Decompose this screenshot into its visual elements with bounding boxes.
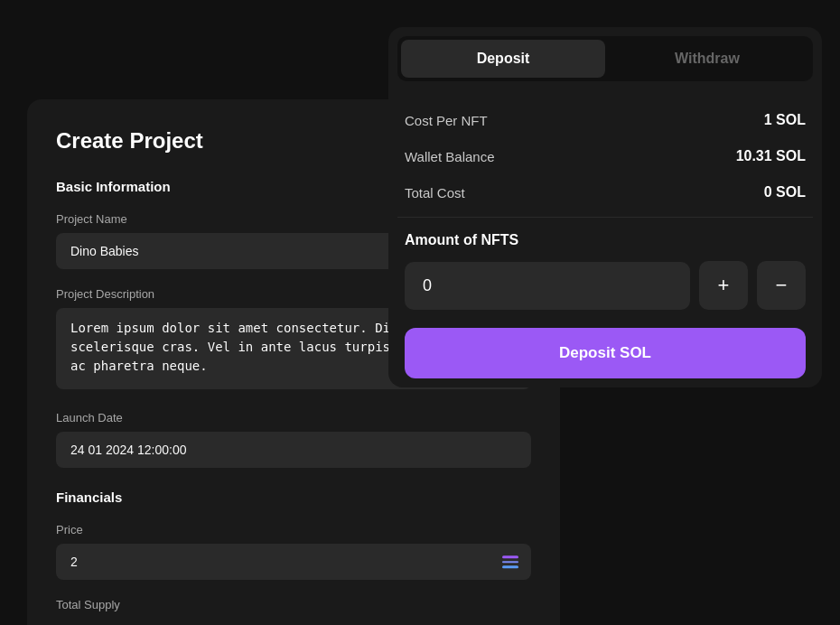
amount-controls: + − — [397, 261, 813, 310]
tab-withdraw[interactable]: Withdraw — [605, 40, 809, 78]
cost-per-nft-value: 1 SOL — [764, 112, 806, 128]
price-input[interactable] — [56, 544, 531, 580]
total-cost-row: Total Cost 0 SOL — [397, 175, 813, 210]
total-cost-value: 0 SOL — [764, 184, 806, 201]
cost-per-nft-row: Cost Per NFT 1 SOL — [397, 103, 813, 137]
wallet-balance-value: 10.31 SOL — [736, 148, 806, 164]
deposit-card: Deposit Withdraw Cost Per NFT 1 SOL Wall… — [388, 27, 822, 387]
amount-label: Amount of NFTS — [397, 232, 813, 248]
decrement-button[interactable]: − — [757, 261, 806, 310]
financials-section-title: Financials — [56, 490, 531, 505]
launch-date-label: Launch Date — [56, 411, 531, 424]
deposit-sol-button[interactable]: Deposit SOL — [405, 328, 806, 378]
tab-deposit[interactable]: Deposit — [401, 40, 605, 78]
total-cost-label: Total Cost — [405, 185, 465, 201]
price-field-wrap — [56, 544, 531, 580]
wallet-balance-row: Wallet Balance 10.31 SOL — [397, 139, 813, 173]
cost-per-nft-label: Cost Per NFT — [405, 113, 488, 128]
amount-input[interactable] — [405, 262, 690, 310]
total-supply-label: Total Supply — [56, 598, 531, 611]
increment-button[interactable]: + — [699, 261, 748, 310]
price-label: Price — [56, 523, 531, 536]
tab-bar: Deposit Withdraw — [397, 36, 813, 81]
wallet-balance-label: Wallet Balance — [405, 149, 495, 164]
divider — [397, 217, 813, 218]
launch-date-input[interactable] — [56, 432, 531, 468]
financials-section: Financials Price Total Supply — [56, 490, 531, 611]
price-icon[interactable] — [502, 555, 518, 568]
